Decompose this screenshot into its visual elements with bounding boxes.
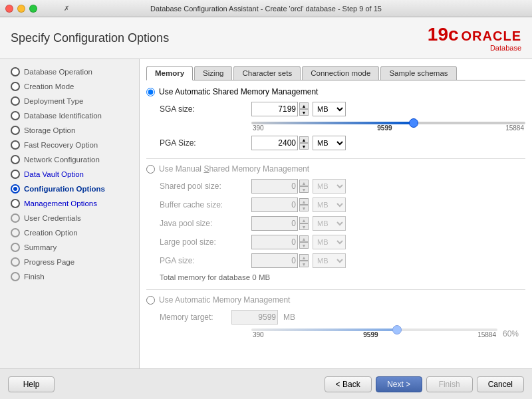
footer: Help < Back Next > Finish Cancel: [0, 368, 532, 399]
sidebar-label-summary: Summary: [24, 243, 57, 251]
memory-target-label: Memory target:: [160, 313, 226, 322]
app-icon: ✗: [64, 5, 69, 12]
sidebar-item-network-configuration: Network Configuration: [0, 152, 139, 167]
pga-down[interactable]: ▼: [299, 143, 309, 150]
large-pool-label: Large pool size:: [160, 235, 246, 249]
sga-up[interactable]: ▲: [299, 102, 309, 109]
main-panel: Memory Sizing Character sets Connection …: [140, 59, 532, 368]
auto-memory-slider: [251, 329, 497, 331]
large-pool-unit: MB: [313, 235, 346, 249]
buffer-cache-down: ▼: [299, 205, 309, 211]
sidebar-label-user-credentials: User Credentials: [24, 214, 81, 222]
sidebar-dot-deployment-type: [11, 96, 20, 106]
sidebar-dot-database-operation: [11, 67, 20, 76]
tab-character-sets[interactable]: Character sets: [233, 66, 301, 80]
manual-shared-radio-label[interactable]: Use Manual Shared Memory Management: [146, 164, 525, 174]
sidebar-label-database-operation: Database Operation: [24, 68, 92, 76]
java-pool-down: ▼: [299, 223, 309, 230]
sga-input-group: ▲ ▼ MB GB: [251, 102, 525, 116]
sga-slider-row: 390 9599 15884: [146, 122, 525, 132]
sidebar-label-management-options: Management Options: [24, 200, 97, 207]
sga-size-label: SGA size:: [160, 102, 246, 116]
shared-pool-input: [251, 179, 298, 194]
shared-pool-up: ▲: [299, 180, 309, 186]
sidebar-dot-network-configuration: [11, 155, 20, 164]
sidebar-item-management-options[interactable]: Management Options: [0, 196, 139, 211]
auto-memory-slider-row: 390 9599 15884 60%: [146, 329, 525, 338]
sidebar-item-creation-option: Creation Option: [0, 225, 139, 240]
tabs: Memory Sizing Character sets Connection …: [146, 66, 525, 80]
auto-shared-radio[interactable]: [146, 88, 155, 96]
header: Specify Configuration Options 19c ORACLE…: [0, 17, 532, 59]
sidebar-item-fast-recovery-option: Fast Recovery Option: [0, 138, 139, 152]
auto-memory-section: Use Automatic Memory Management Memory t…: [146, 295, 525, 338]
pga-size-input[interactable]: [251, 136, 298, 150]
close-button[interactable]: [5, 5, 13, 13]
sidebar-item-configuration-options: Configuration Options: [0, 182, 139, 196]
pga-input-group: ▲ ▼ MB GB: [251, 136, 525, 150]
sidebar-label-creation-mode: Creation Mode: [24, 82, 74, 90]
sidebar-dot-storage-option: [11, 126, 20, 135]
shared-pool-label: Shared pool size:: [160, 179, 246, 194]
traffic-lights[interactable]: [5, 5, 37, 13]
manual-pga-label: PGA size:: [160, 253, 246, 268]
manual-pga-spinner: ▲ ▼: [299, 254, 309, 267]
java-pool-unit: MB: [313, 216, 346, 231]
shared-pool-spinner: ▲ ▼: [299, 180, 309, 193]
oracle-version: 19c: [428, 24, 459, 45]
back-button[interactable]: < Back: [325, 376, 372, 392]
sga-slider-container: 390 9599 15884: [251, 122, 525, 132]
sidebar-label-finish: Finish: [24, 273, 45, 281]
tab-memory[interactable]: Memory: [146, 66, 193, 80]
sidebar-label-configuration-options: Configuration Options: [24, 185, 105, 193]
cancel-button[interactable]: Cancel: [477, 376, 524, 392]
buffer-cache-input: [251, 198, 298, 212]
sga-slider-min: 390: [253, 124, 264, 132]
sidebar-item-data-vault-option[interactable]: Data Vault Option: [0, 167, 139, 182]
sidebar: Database Operation Creation Mode Deploym…: [0, 59, 140, 368]
memory-target-input: [231, 310, 278, 325]
java-pool-label: Java pool size:: [160, 216, 246, 231]
next-button[interactable]: Next >: [376, 376, 422, 392]
sga-slider-labels: 390 9599 15884: [251, 124, 525, 132]
buffer-cache-unit: MB: [313, 198, 346, 212]
pga-row: PGA Size: ▲ ▼ MB GB: [146, 136, 525, 150]
divider-2: [146, 289, 525, 290]
sga-size-input[interactable]: [251, 102, 298, 116]
pga-unit-select[interactable]: MB GB: [313, 136, 346, 150]
large-pool-spinner: ▲ ▼: [299, 235, 309, 249]
memory-target-row: Memory target: MB: [146, 310, 525, 325]
pga-up[interactable]: ▲: [299, 136, 309, 143]
sidebar-label-network-configuration: Network Configuration: [24, 156, 100, 164]
manual-shared-radio[interactable]: [146, 165, 155, 174]
tab-connection-mode[interactable]: Connection mode: [302, 66, 379, 80]
java-pool-up: ▲: [299, 217, 309, 223]
sga-down[interactable]: ▼: [299, 109, 309, 116]
auto-memory-radio-label[interactable]: Use Automatic Memory Management: [146, 295, 525, 305]
manual-shared-section: Use Manual Shared Memory Management Shar…: [146, 164, 525, 281]
large-pool-group: ▲ ▼ MB: [251, 235, 525, 249]
buffer-cache-up: ▲: [299, 198, 309, 205]
sidebar-label-deployment-type: Deployment Type: [24, 97, 83, 105]
sidebar-dot-database-identification: [11, 111, 20, 120]
sga-spinner[interactable]: ▲ ▼: [299, 102, 309, 116]
sidebar-item-deployment-type: Deployment Type: [0, 94, 139, 108]
minimize-button[interactable]: [17, 5, 25, 13]
maximize-button[interactable]: [29, 5, 37, 13]
help-button[interactable]: Help: [8, 376, 55, 392]
sidebar-label-creation-option: Creation Option: [24, 229, 78, 237]
shared-pool-unit: MB: [313, 179, 346, 194]
auto-shared-radio-label[interactable]: Use Automatic Shared Memory Management: [146, 87, 525, 96]
tab-sample-schemas[interactable]: Sample schemas: [380, 66, 456, 80]
sga-unit-select[interactable]: MB GB: [313, 102, 346, 116]
java-pool-spinner: ▲ ▼: [299, 217, 309, 230]
sidebar-item-progress-page: Progress Page: [0, 255, 139, 269]
auto-memory-radio[interactable]: [146, 296, 155, 305]
large-pool-up: ▲: [299, 235, 309, 242]
pga-spinner[interactable]: ▲ ▼: [299, 136, 309, 150]
sidebar-item-creation-mode: Creation Mode: [0, 79, 139, 94]
auto-shared-section: Use Automatic Shared Memory Management S…: [146, 87, 525, 150]
tab-sizing[interactable]: Sizing: [194, 66, 232, 80]
manual-pga-input: [251, 253, 298, 268]
sidebar-item-finish: Finish: [0, 269, 139, 284]
